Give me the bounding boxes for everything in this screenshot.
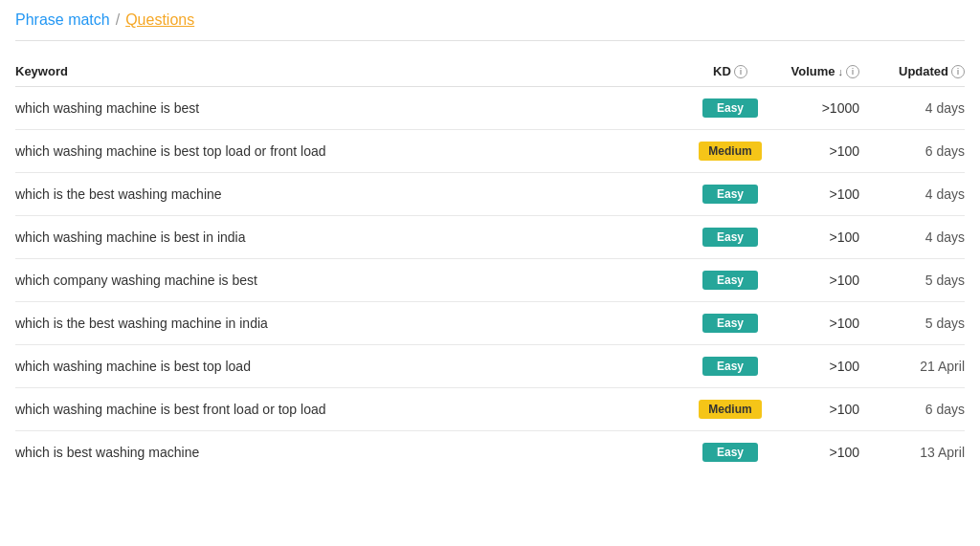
- keywords-table: Keyword KD i Volume ↓ i Updated i: [15, 56, 965, 473]
- keyword-cell: which washing machine is best top load o…: [15, 130, 687, 173]
- table-row: which washing machine is best top loadEa…: [15, 345, 965, 388]
- kd-badge-easy: Easy: [702, 228, 758, 247]
- keyword-cell: which washing machine is best front load…: [15, 388, 687, 431]
- volume-cell: >100: [783, 345, 869, 388]
- keyword-column-header: Keyword: [15, 56, 687, 87]
- updated-cell: 5 days: [869, 302, 965, 345]
- breadcrumb: Phrase match / Questions: [15, 11, 965, 41]
- kd-column-header: KD i: [687, 56, 783, 87]
- volume-cell: >100: [783, 388, 869, 431]
- keyword-cell: which company washing machine is best: [15, 259, 687, 302]
- updated-cell: 4 days: [869, 216, 965, 259]
- table-row: which washing machine is best front load…: [15, 388, 965, 431]
- kd-cell: Easy: [687, 302, 783, 345]
- table-row: which company washing machine is bestEas…: [15, 259, 965, 302]
- volume-cell: >100: [783, 216, 869, 259]
- volume-column-header[interactable]: Volume ↓ i: [783, 56, 869, 87]
- kd-info-icon[interactable]: i: [734, 65, 747, 78]
- kd-cell: Easy: [687, 87, 783, 130]
- kd-badge-medium: Medium: [699, 142, 761, 161]
- kd-badge-easy: Easy: [702, 357, 758, 376]
- updated-cell: 6 days: [869, 388, 965, 431]
- kd-badge-easy: Easy: [702, 314, 758, 333]
- kd-cell: Easy: [687, 173, 783, 216]
- updated-cell: 21 April: [869, 345, 965, 388]
- kd-badge-medium: Medium: [699, 400, 761, 419]
- updated-info-icon[interactable]: i: [951, 65, 965, 78]
- table-row: which washing machine is bestEasy>10004 …: [15, 87, 965, 130]
- updated-cell: 4 days: [869, 87, 965, 130]
- volume-cell: >100: [783, 173, 869, 216]
- table-header-row: Keyword KD i Volume ↓ i Updated i: [15, 56, 965, 87]
- breadcrumb-phrase-match[interactable]: Phrase match: [15, 11, 110, 29]
- kd-cell: Medium: [687, 388, 783, 431]
- table-row: which is best washing machineEasy>10013 …: [15, 431, 965, 474]
- volume-cell: >100: [783, 431, 869, 474]
- updated-cell: 5 days: [869, 259, 965, 302]
- keyword-cell: which is the best washing machine: [15, 173, 687, 216]
- kd-badge-easy: Easy: [702, 185, 758, 204]
- keyword-cell: which washing machine is best in india: [15, 216, 687, 259]
- breadcrumb-questions[interactable]: Questions: [125, 11, 194, 29]
- kd-cell: Easy: [687, 259, 783, 302]
- updated-cell: 4 days: [869, 173, 965, 216]
- keyword-cell: which washing machine is best top load: [15, 345, 687, 388]
- kd-badge-easy: Easy: [702, 271, 758, 290]
- volume-cell: >100: [783, 130, 869, 173]
- keyword-cell: which washing machine is best: [15, 87, 687, 130]
- kd-badge-easy: Easy: [702, 443, 758, 462]
- table-row: which is the best washing machineEasy>10…: [15, 173, 965, 216]
- breadcrumb-separator: /: [116, 11, 120, 29]
- kd-cell: Easy: [687, 345, 783, 388]
- keyword-cell: which is the best washing machine in ind…: [15, 302, 687, 345]
- table-row: which washing machine is best top load o…: [15, 130, 965, 173]
- volume-cell: >1000: [783, 87, 869, 130]
- keyword-cell: which is best washing machine: [15, 431, 687, 474]
- volume-cell: >100: [783, 302, 869, 345]
- volume-info-icon[interactable]: i: [846, 65, 859, 78]
- updated-cell: 6 days: [869, 130, 965, 173]
- table-row: which is the best washing machine in ind…: [15, 302, 965, 345]
- kd-cell: Easy: [687, 431, 783, 474]
- kd-cell: Medium: [687, 130, 783, 173]
- table-row: which washing machine is best in indiaEa…: [15, 216, 965, 259]
- updated-cell: 13 April: [869, 431, 965, 474]
- updated-column-header: Updated i: [869, 56, 965, 87]
- volume-cell: >100: [783, 259, 869, 302]
- kd-badge-easy: Easy: [702, 98, 758, 118]
- kd-cell: Easy: [687, 216, 783, 259]
